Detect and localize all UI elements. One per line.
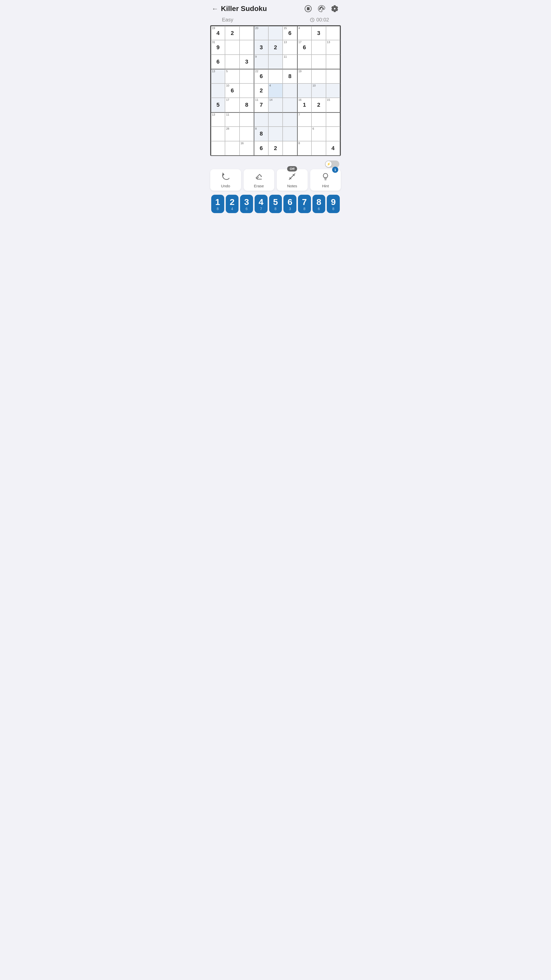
cell-r6c2[interactable]: 17 xyxy=(225,98,239,112)
palette-button[interactable] xyxy=(317,4,326,13)
cell-r9c3[interactable]: 16 xyxy=(240,141,254,156)
num-button-5[interactable]: 58 xyxy=(269,195,282,213)
num-button-6[interactable]: 63 xyxy=(283,195,297,213)
notes-toggle[interactable] xyxy=(325,161,339,168)
cell-r4c5[interactable] xyxy=(268,69,283,83)
cell-r5c2[interactable]: 106 xyxy=(225,83,239,98)
cell-r2c9[interactable]: 13 xyxy=(326,40,340,54)
pause-button[interactable] xyxy=(303,4,313,13)
back-button[interactable]: ← xyxy=(212,5,218,13)
cell-r7c2[interactable]: 11 xyxy=(225,112,239,127)
cell-r2c5[interactable]: 2 xyxy=(268,40,283,54)
cell-r9c9[interactable]: 4 xyxy=(326,141,340,156)
num-button-4[interactable]: 47 xyxy=(254,195,268,213)
cell-r1c2[interactable]: 2 xyxy=(225,26,239,40)
cell-r3c2[interactable] xyxy=(225,55,239,69)
cell-r2c4[interactable]: 3 xyxy=(254,40,268,54)
cell-r8c1[interactable] xyxy=(211,127,225,141)
cell-r6c4[interactable]: 117 xyxy=(254,98,268,112)
cell-r8c2[interactable]: 28 xyxy=(225,127,239,141)
num-button-8[interactable]: 86 xyxy=(313,195,326,213)
cell-r5c6[interactable] xyxy=(283,83,297,98)
cell-r1c5[interactable] xyxy=(268,26,283,40)
cell-r5c7[interactable] xyxy=(297,83,311,98)
cell-r2c1[interactable]: 319 xyxy=(211,40,225,54)
cell-r6c5[interactable]: 14 xyxy=(268,98,283,112)
cell-r5c8[interactable]: 10 xyxy=(311,83,326,98)
num-button-1[interactable]: 18 xyxy=(211,195,224,213)
num-button-9[interactable]: 98 xyxy=(327,195,340,213)
cell-r4c7[interactable]: 19 xyxy=(297,69,311,83)
num-button-3[interactable]: 36 xyxy=(240,195,253,213)
cell-r1c9[interactable] xyxy=(326,26,340,40)
cell-r4c6[interactable]: 8 xyxy=(283,69,297,83)
cell-r4c1[interactable]: 13 xyxy=(211,69,225,83)
cell-r7c9[interactable] xyxy=(326,112,340,127)
cell-r8c9[interactable] xyxy=(326,127,340,141)
cell-r1c3[interactable] xyxy=(240,26,254,40)
cell-r7c7[interactable]: 7 xyxy=(297,112,311,127)
cell-r9c1[interactable] xyxy=(211,141,225,156)
cell-r2c2[interactable] xyxy=(225,40,239,54)
erase-button[interactable]: Erase xyxy=(244,169,275,191)
num-button-2[interactable]: 24 xyxy=(226,195,239,213)
cell-r7c1[interactable]: 13 xyxy=(211,112,225,127)
undo-button[interactable]: Undo xyxy=(210,169,241,191)
cell-r4c2[interactable]: 5 xyxy=(225,69,239,83)
cell-r9c6[interactable] xyxy=(283,141,297,156)
cell-r1c7[interactable]: 4 xyxy=(297,26,311,40)
cell-r8c3[interactable] xyxy=(240,127,254,141)
cell-r8c5[interactable] xyxy=(268,127,283,141)
cell-r5c5[interactable]: 4 xyxy=(268,83,283,98)
cell-r6c6[interactable] xyxy=(283,98,297,112)
cell-r6c1[interactable]: 5 xyxy=(211,98,225,112)
cell-r8c8[interactable]: 6 xyxy=(311,127,326,141)
cell-r3c1[interactable]: 6 xyxy=(211,55,225,69)
settings-button[interactable] xyxy=(330,4,339,13)
cell-r7c8[interactable] xyxy=(311,112,326,127)
cell-r7c6[interactable] xyxy=(283,112,297,127)
cell-r9c5[interactable]: 2 xyxy=(268,141,283,156)
cell-r5c4[interactable]: 2 xyxy=(254,83,268,98)
cell-r3c9[interactable] xyxy=(326,55,340,69)
cell-r1c8[interactable]: 3 xyxy=(311,26,326,40)
cell-r5c9[interactable] xyxy=(326,83,340,98)
cell-r2c6[interactable]: 13 xyxy=(283,40,297,54)
cell-r9c8[interactable] xyxy=(311,141,326,156)
cell-r4c8[interactable] xyxy=(311,69,326,83)
cell-r9c7[interactable]: 8 xyxy=(297,141,311,156)
cell-r7c4[interactable] xyxy=(254,112,268,127)
cell-r5c1[interactable] xyxy=(211,83,225,98)
cell-r2c3[interactable] xyxy=(240,40,254,54)
cell-r3c6[interactable]: 11 xyxy=(283,55,297,69)
cell-r6c3[interactable]: 8 xyxy=(240,98,254,112)
cell-r2c8[interactable] xyxy=(311,40,326,54)
cell-r6c9[interactable]: 15 xyxy=(326,98,340,112)
cell-r9c2[interactable] xyxy=(225,141,239,156)
cell-r1c6[interactable]: 156 xyxy=(283,26,297,40)
cell-r6c8[interactable]: 2 xyxy=(311,98,326,112)
num-button-7[interactable]: 78 xyxy=(298,195,311,213)
cell-r7c5[interactable] xyxy=(268,112,283,127)
cell-r8c4[interactable]: 88 xyxy=(254,127,268,141)
cell-r9c4[interactable]: 6 xyxy=(254,141,268,156)
hint-button[interactable]: 1Hint xyxy=(310,169,341,191)
cell-r4c4[interactable]: 226 xyxy=(254,69,268,83)
cell-r1c1[interactable]: 194 xyxy=(211,26,225,40)
cell-r8c6[interactable] xyxy=(283,127,297,141)
cell-r7c3[interactable] xyxy=(240,112,254,127)
cell-r3c3[interactable]: 3 xyxy=(240,55,254,69)
cell-r4c3[interactable] xyxy=(240,69,254,83)
sudoku-grid[interactable]: 1942201564331932131761363911135226819106… xyxy=(210,25,341,156)
cell-r5c3[interactable] xyxy=(240,83,254,98)
cell-r3c7[interactable] xyxy=(297,55,311,69)
cell-r3c4[interactable]: 9 xyxy=(254,55,268,69)
cell-r6c7[interactable]: 161 xyxy=(297,98,311,112)
cell-r2c7[interactable]: 176 xyxy=(297,40,311,54)
cell-r8c7[interactable] xyxy=(297,127,311,141)
notes-button[interactable]: OffNotes xyxy=(277,169,308,191)
cell-r3c8[interactable] xyxy=(311,55,326,69)
cell-r3c5[interactable] xyxy=(268,55,283,69)
cell-r1c4[interactable]: 20 xyxy=(254,26,268,40)
cell-r4c9[interactable] xyxy=(326,69,340,83)
